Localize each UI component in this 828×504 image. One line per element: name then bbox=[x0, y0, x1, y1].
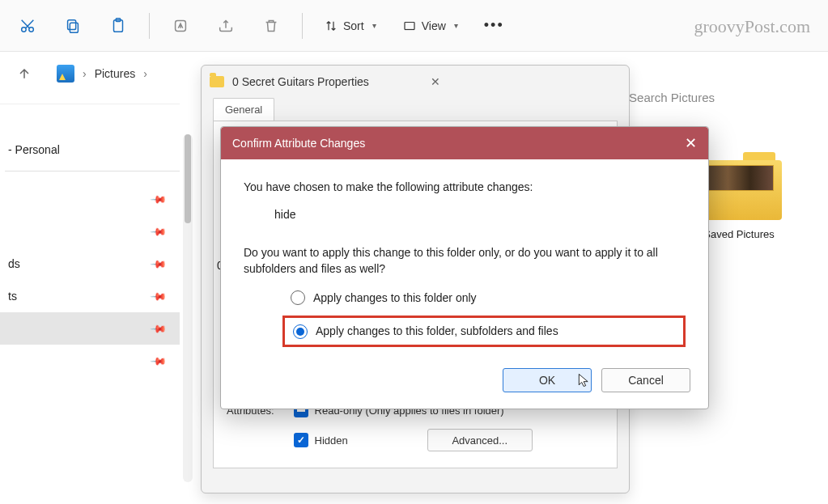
svg-rect-3 bbox=[68, 19, 76, 29]
dialog-buttons: OK Cancel bbox=[221, 362, 708, 409]
chevron-down-icon: ▾ bbox=[454, 21, 458, 30]
radio-subfolders-and-files[interactable]: Apply changes to this folder, subfolders… bbox=[293, 323, 558, 339]
radio-group: Apply changes to this folder only Apply … bbox=[244, 290, 686, 347]
toolbar-separator bbox=[302, 13, 303, 39]
dialog-question: Do you want to apply this change to this… bbox=[244, 244, 686, 277]
svg-point-0 bbox=[22, 27, 27, 32]
sort-button[interactable]: Sort ▾ bbox=[312, 6, 388, 45]
watermark: groovyPost.com bbox=[694, 16, 810, 37]
share-button[interactable] bbox=[205, 6, 247, 45]
properties-title: 0 Secret Guitars Properties bbox=[232, 75, 418, 88]
scrollbar-thumb[interactable] bbox=[185, 134, 191, 223]
checkbox-hidden[interactable]: Hidden bbox=[294, 433, 348, 447]
chevron-right-icon: › bbox=[143, 67, 147, 80]
svg-rect-7 bbox=[405, 22, 414, 29]
nav-item-personal[interactable]: - Personal bbox=[0, 133, 180, 166]
dialog-change: hide bbox=[244, 206, 686, 222]
dialog-titlebar[interactable]: Confirm Attribute Changes ✕ bbox=[221, 127, 708, 159]
nav-item[interactable]: 📌 bbox=[0, 183, 180, 215]
more-icon: ••• bbox=[484, 17, 504, 34]
nav-item[interactable]: ds📌 bbox=[0, 248, 180, 280]
view-button[interactable]: View ▾ bbox=[391, 6, 469, 45]
pin-icon: 📌 bbox=[150, 320, 168, 337]
cancel-button[interactable]: Cancel bbox=[601, 368, 690, 392]
nav-separator bbox=[5, 171, 180, 172]
view-label: View bbox=[422, 19, 446, 32]
more-button[interactable]: ••• bbox=[473, 6, 516, 45]
close-button[interactable]: ✕ bbox=[426, 74, 621, 90]
pin-icon: 📌 bbox=[150, 287, 168, 305]
confirm-dialog: Confirm Attribute Changes ✕ You have cho… bbox=[220, 126, 709, 409]
pictures-icon bbox=[57, 65, 74, 83]
chevron-down-icon: ▾ bbox=[372, 21, 376, 30]
properties-tabs: General bbox=[202, 98, 629, 121]
sort-label: Sort bbox=[343, 19, 364, 32]
advanced-button[interactable]: Advanced... bbox=[427, 429, 533, 451]
checkbox-checked-icon bbox=[294, 433, 308, 447]
radio-this-folder-only[interactable]: Apply changes to this folder only bbox=[291, 290, 686, 306]
radio-label: Apply changes to this folder, subfolders… bbox=[316, 323, 558, 339]
nav-item[interactable]: 📌 bbox=[0, 345, 180, 377]
delete-button[interactable] bbox=[250, 6, 292, 45]
radio-selected-icon bbox=[293, 324, 308, 339]
radio-label: Apply changes to this folder only bbox=[313, 290, 477, 306]
close-button[interactable]: ✕ bbox=[685, 134, 697, 152]
breadcrumb-current: Pictures bbox=[95, 67, 136, 80]
toolbar-separator bbox=[149, 13, 150, 39]
nav-item[interactable]: 📌 bbox=[0, 215, 180, 248]
chevron-right-icon: › bbox=[83, 67, 87, 80]
tab-general[interactable]: General bbox=[213, 98, 274, 121]
up-button[interactable] bbox=[13, 66, 36, 82]
search-placeholder[interactable]: Search Pictures bbox=[629, 91, 715, 104]
radio-unselected-icon bbox=[291, 290, 305, 305]
folder-icon bbox=[210, 76, 224, 87]
svg-rect-2 bbox=[70, 23, 78, 32]
nav-item[interactable]: ts📌 bbox=[0, 280, 180, 312]
highlight-box: Apply changes to this folder, subfolders… bbox=[282, 316, 686, 346]
nav-item-selected[interactable]: 📌 bbox=[0, 312, 180, 345]
navigation-pane: - Personal 📌 📌 ds📌 ts📌 📌 📌 bbox=[0, 104, 180, 504]
ok-button[interactable]: OK bbox=[503, 368, 592, 392]
hidden-label: Hidden bbox=[315, 434, 348, 447]
dialog-title: Confirm Attribute Changes bbox=[232, 137, 365, 150]
properties-titlebar[interactable]: 0 Secret Guitars Properties ✕ bbox=[202, 66, 629, 98]
dialog-line1: You have chosen to make the following at… bbox=[244, 179, 686, 195]
pin-icon: 📌 bbox=[150, 352, 168, 370]
pin-icon: 📌 bbox=[150, 222, 168, 240]
copy-button[interactable] bbox=[52, 6, 94, 45]
vertical-scrollbar[interactable] bbox=[183, 134, 193, 482]
rename-button[interactable] bbox=[159, 6, 202, 45]
breadcrumb[interactable]: › Pictures › bbox=[47, 60, 157, 87]
dialog-body: You have chosen to make the following at… bbox=[221, 159, 708, 362]
cut-button[interactable] bbox=[6, 6, 49, 45]
pin-icon: 📌 bbox=[150, 190, 168, 208]
pin-icon: 📌 bbox=[150, 255, 168, 273]
paste-button[interactable] bbox=[97, 6, 139, 45]
svg-point-1 bbox=[29, 27, 34, 32]
